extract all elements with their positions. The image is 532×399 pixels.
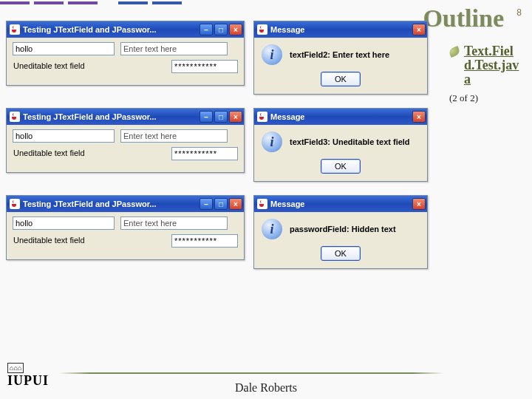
titlebar: Testing JTextField and JPasswor... – □ × — [7, 109, 244, 125]
minimize-button[interactable]: – — [200, 24, 213, 35]
close-button[interactable]: × — [229, 24, 242, 35]
divider — [59, 372, 443, 374]
uneditable-field: Uneditable text field — [13, 60, 166, 73]
leaf-bullet-icon — [448, 46, 460, 58]
dialog-message: textField3: Uneditable text field — [290, 137, 410, 146]
info-icon: i — [262, 219, 282, 239]
java-icon — [10, 24, 20, 35]
dialog-titlebar: Message × — [254, 21, 427, 38]
java-icon — [10, 112, 20, 122]
password-field[interactable] — [171, 147, 238, 160]
screenshot-rows: Testing JTextField and JPasswor... – □ ×… — [6, 21, 442, 282]
dialog-titlebar: Message × — [254, 196, 427, 212]
app-window: Testing JTextField and JPasswor... – □ ×… — [6, 195, 245, 260]
close-button[interactable]: × — [229, 111, 242, 123]
top-accent — [0, 1, 182, 4]
maximize-button[interactable]: □ — [214, 198, 228, 210]
text-field-1[interactable] — [13, 216, 115, 230]
minimize-button[interactable]: – — [200, 111, 213, 123]
dialog-close-button[interactable]: × — [412, 198, 426, 210]
minimize-button[interactable]: – — [200, 198, 213, 210]
close-button[interactable]: × — [229, 198, 242, 210]
java-icon — [257, 199, 267, 209]
dialog-title: Message — [270, 112, 412, 121]
text-field-1[interactable] — [13, 42, 115, 55]
uneditable-field: Uneditable text field — [13, 147, 166, 160]
window-title: Testing JTextField and JPasswor... — [23, 112, 200, 121]
info-icon: i — [262, 44, 282, 65]
outline-panel: Text.Field.Test.java (2 of 2) — [449, 44, 522, 104]
dialog-message: textField2: Enter text here — [290, 50, 389, 59]
password-field[interactable] — [171, 60, 238, 73]
dialog-message: passwordField: Hidden text — [290, 225, 396, 233]
ok-button[interactable]: OK — [321, 72, 361, 86]
dialog-titlebar: Message × — [254, 109, 427, 125]
row-1: Testing JTextField and JPasswor... – □ ×… — [6, 21, 442, 95]
app-window: Testing JTextField and JPasswor... – □ ×… — [6, 21, 245, 86]
titlebar: Testing JTextField and JPasswor... – □ × — [7, 21, 244, 38]
window-title: Testing JTextField and JPasswor... — [23, 200, 200, 208]
dialog-title: Message — [270, 200, 412, 208]
dialog-title: Message — [270, 25, 412, 34]
app-window: Testing JTextField and JPasswor... – □ ×… — [6, 108, 245, 173]
message-dialog: Message × i textField2: Enter text here … — [253, 21, 428, 95]
password-field[interactable] — [171, 234, 238, 248]
ok-button[interactable]: OK — [321, 159, 361, 174]
maximize-button[interactable]: □ — [214, 111, 228, 123]
slide-number: 8 — [516, 7, 522, 18]
uneditable-field: Uneditable text field — [13, 234, 166, 248]
file-link[interactable]: Text.Field.Test.java — [464, 44, 522, 86]
text-field-2[interactable] — [120, 129, 228, 143]
info-icon: i — [262, 132, 282, 152]
footer-author: Dale Roberts — [0, 381, 532, 395]
dialog-close-button[interactable]: × — [412, 24, 426, 35]
row-2: Testing JTextField and JPasswor... – □ ×… — [6, 108, 442, 182]
message-dialog: Message × i textField3: Uneditable text … — [253, 108, 428, 182]
titlebar: Testing JTextField and JPasswor... – □ × — [7, 196, 244, 212]
java-icon — [257, 112, 267, 122]
dialog-close-button[interactable]: × — [412, 111, 426, 123]
text-field-2[interactable] — [120, 42, 228, 55]
message-dialog: Message × i passwordField: Hidden text O… — [253, 195, 428, 269]
ok-button[interactable]: OK — [321, 246, 361, 261]
java-icon — [10, 199, 20, 209]
pager-text: (2 of 2) — [449, 92, 522, 104]
text-field-2[interactable] — [120, 216, 228, 230]
text-field-1[interactable] — [13, 129, 115, 143]
window-title: Testing JTextField and JPasswor... — [23, 25, 200, 34]
row-3: Testing JTextField and JPasswor... – □ ×… — [6, 195, 442, 269]
java-icon — [257, 24, 267, 35]
maximize-button[interactable]: □ — [214, 24, 228, 35]
